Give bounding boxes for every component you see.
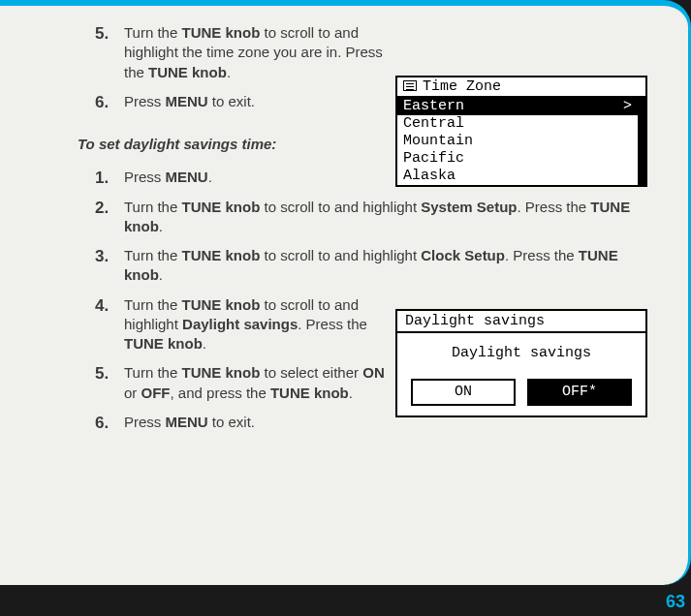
step-number: 5. (95, 363, 109, 385)
timezone-item-alaska[interactable]: Alaska (397, 168, 638, 185)
step-number: 4. (95, 295, 109, 318)
page-number: 63 (666, 592, 685, 612)
timezone-item-central[interactable]: Central (397, 115, 638, 133)
timezone-item-pacific[interactable]: Pacific (397, 150, 638, 168)
timezone-item-eastern[interactable]: Eastern > (397, 98, 638, 115)
step-number: 5. (95, 23, 109, 46)
page-body: 5. Turn the TUNE knob to scroll to and h… (0, 0, 691, 585)
chevron-right-icon: > (623, 98, 632, 115)
timezone-item-mountain[interactable]: Mountain (397, 133, 638, 150)
step-number: 2. (95, 198, 109, 220)
step-text: Turn the TUNE knob to scroll to and high… (124, 24, 383, 80)
daylight-on-button[interactable]: ON (411, 379, 516, 406)
step-number: 3. (95, 246, 109, 268)
step-number: 1. (95, 168, 109, 190)
step-2: 2. Turn the TUNE knob to scroll to and h… (124, 198, 649, 237)
step-text: Turn the TUNE knob to scroll to and high… (124, 247, 618, 283)
daylight-off-button[interactable]: OFF* (527, 379, 632, 406)
list-icon (403, 80, 417, 91)
step-text: Turn the TUNE knob to scroll to and high… (124, 199, 630, 234)
timezone-menu: Time Zone Eastern > Central Mountain Pac… (395, 76, 647, 187)
step-text: Turn the TUNE knob to scroll to and high… (124, 296, 367, 353)
step-3: 3. Turn the TUNE knob to scroll to and h… (124, 246, 649, 286)
daylight-menu-title: Daylight savings (397, 311, 645, 333)
step-number: 6. (95, 413, 109, 435)
timezone-menu-title: Time Zone (397, 77, 645, 98)
daylight-buttons: ON OFF* (397, 379, 645, 406)
timezone-menu-items: Eastern > Central Mountain Pacific Alask… (397, 98, 645, 185)
step-text: Press MENU. (124, 169, 212, 185)
step-text: Press MENU to exit. (124, 93, 255, 109)
step-5a: 5. Turn the TUNE knob to scroll to and h… (124, 23, 649, 82)
step-number: 6. (95, 92, 109, 114)
daylight-savings-menu: Daylight savings Daylight savings ON OFF… (395, 309, 647, 417)
step-text: Turn the TUNE knob to select either ON o… (124, 364, 385, 400)
step-text: Press MENU to exit. (124, 414, 255, 430)
daylight-menu-label: Daylight savings (397, 333, 645, 379)
